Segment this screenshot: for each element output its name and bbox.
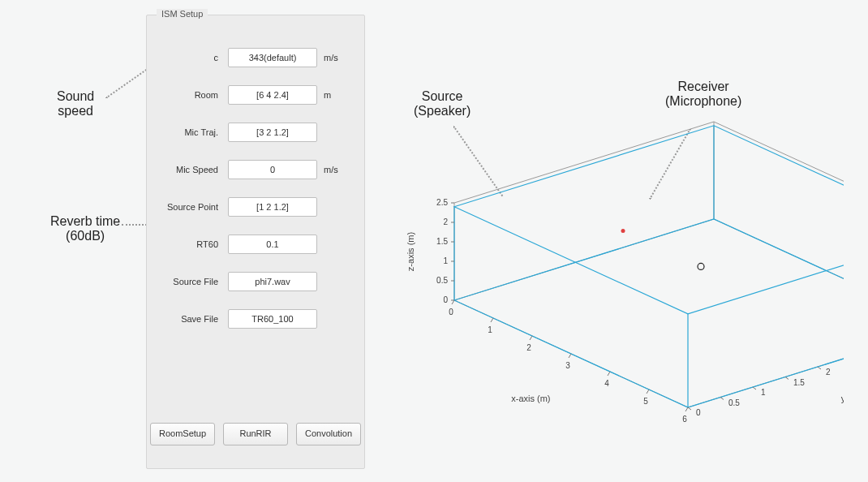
svg-marker-9 xyxy=(454,126,844,314)
row-source-point: Source Point [1 2 1.2] xyxy=(147,197,364,222)
svg-line-36 xyxy=(608,372,610,376)
svg-text:y-axis (m): y-axis (m) xyxy=(841,394,844,403)
room-3d-plot: 00.511.522.5z-axis (m)0123456x-axis (m)0… xyxy=(389,97,844,446)
input-save-file[interactable]: TR60_100 xyxy=(228,309,317,329)
input-c[interactable]: 343(default) xyxy=(228,48,317,67)
row-mic-traj: Mic Traj. [3 2 1.2] xyxy=(147,123,364,147)
svg-text:z-axis (m): z-axis (m) xyxy=(406,232,415,271)
convolution-button[interactable]: Convolution xyxy=(296,423,361,445)
svg-text:1: 1 xyxy=(761,388,766,397)
svg-line-34 xyxy=(569,354,571,358)
svg-line-47 xyxy=(753,387,756,389)
svg-line-45 xyxy=(720,398,724,400)
svg-line-1 xyxy=(454,122,714,203)
label-c: c xyxy=(147,53,218,62)
input-source-file[interactable]: phi7.wav xyxy=(228,272,317,291)
row-c: c 343(default) m/s xyxy=(147,48,364,72)
svg-text:1: 1 xyxy=(443,256,448,265)
svg-line-49 xyxy=(785,377,789,380)
svg-line-4 xyxy=(714,122,844,229)
label-source-file: Source File xyxy=(147,277,218,286)
svg-line-40 xyxy=(685,407,688,411)
label-rt60: RT60 xyxy=(147,239,218,249)
svg-text:0: 0 xyxy=(449,308,453,316)
svg-text:1: 1 xyxy=(488,325,492,334)
row-save-file: Save File TR60_100 xyxy=(147,309,364,334)
svg-text:2.5: 2.5 xyxy=(436,198,448,207)
svg-line-43 xyxy=(688,407,691,410)
svg-line-8 xyxy=(688,326,844,407)
svg-point-63 xyxy=(698,263,704,269)
svg-text:0.5: 0.5 xyxy=(728,398,740,407)
svg-marker-14 xyxy=(454,219,844,407)
panel-title: ISM Setup xyxy=(157,9,208,19)
row-source-file: Source File phi7.wav xyxy=(147,272,364,296)
row-room: Room [6 4 2.4] m xyxy=(147,85,364,110)
ism-setup-panel: ISM Setup c 343(default) m/s Room [6 4 2… xyxy=(146,15,365,469)
annotation-sound-speed: Sound speed xyxy=(57,89,94,118)
row-rt60: RT60 0.1 xyxy=(147,235,364,259)
svg-text:1.5: 1.5 xyxy=(793,378,805,387)
svg-text:0: 0 xyxy=(443,295,448,304)
svg-text:2: 2 xyxy=(443,217,448,226)
svg-text:x-axis (m): x-axis (m) xyxy=(511,394,550,403)
row-mic-speed: Mic Speed 0 m/s xyxy=(147,160,364,184)
svg-line-32 xyxy=(530,336,532,340)
label-mic-traj: Mic Traj. xyxy=(147,127,218,137)
annotation-reverb-time: Reverb time (60dB) xyxy=(50,214,120,243)
svg-text:1.5: 1.5 xyxy=(436,237,448,246)
room-setup-button[interactable]: RoomSetup xyxy=(150,423,215,445)
input-room[interactable]: [6 4 2.4] xyxy=(228,85,317,105)
label-source-point: Source Point xyxy=(147,202,218,212)
button-bar: RoomSetup RunRIR Convolution xyxy=(147,423,364,445)
label-room: Room xyxy=(147,90,218,100)
svg-line-38 xyxy=(647,389,649,394)
svg-text:0: 0 xyxy=(696,408,701,417)
input-mic-speed[interactable]: 0 xyxy=(228,160,317,179)
svg-text:2: 2 xyxy=(826,368,831,377)
svg-point-62 xyxy=(621,229,625,233)
label-mic-speed: Mic Speed xyxy=(147,165,218,174)
label-save-file: Save File xyxy=(147,314,218,324)
unit-mic-speed: m/s xyxy=(324,165,338,174)
svg-line-6 xyxy=(714,219,844,326)
svg-line-30 xyxy=(491,318,493,322)
unit-c: m/s xyxy=(324,53,338,62)
svg-text:0.5: 0.5 xyxy=(436,276,448,285)
svg-text:2: 2 xyxy=(526,343,531,352)
svg-line-51 xyxy=(818,367,821,369)
input-mic-traj[interactable]: [3 2 1.2] xyxy=(228,123,317,142)
svg-text:5: 5 xyxy=(643,397,648,406)
input-rt60[interactable]: 0.1 xyxy=(228,235,317,254)
run-rir-button[interactable]: RunRIR xyxy=(223,423,288,445)
unit-room: m xyxy=(324,90,331,100)
svg-text:6: 6 xyxy=(682,415,687,424)
svg-text:4: 4 xyxy=(604,379,609,388)
input-source-point[interactable]: [1 2 1.2] xyxy=(228,197,317,217)
svg-text:3: 3 xyxy=(565,361,570,370)
svg-line-28 xyxy=(452,300,454,304)
